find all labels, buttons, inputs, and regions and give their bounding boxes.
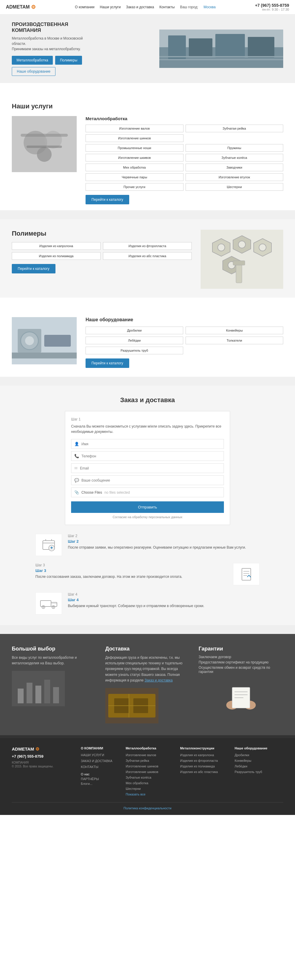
f-con-4[interactable]: Изделия из абс пластика (180, 770, 218, 773)
step1-label: Шаг 1 (71, 417, 224, 422)
tag-noshi[interactable]: Промышленные ноши (86, 144, 184, 152)
tag-chervyak[interactable]: Червячные пары (86, 173, 184, 181)
clip-icon: 📎 (75, 490, 79, 495)
f-metal-7[interactable]: Шестерни (126, 787, 141, 791)
message-input[interactable] (81, 478, 220, 482)
footer-partner-link: ПАРТНЁРЫ (81, 777, 120, 781)
step3-title: Шаг 3 (35, 568, 227, 573)
user-icon: 👤 (75, 442, 79, 446)
f-eq-4[interactable]: Разрушитель труб (235, 770, 262, 773)
f-con-2[interactable]: Изделия из фторопласта (180, 759, 218, 762)
footer-col-metal: Металлообработка Изготовление валов Зубч… (126, 746, 174, 796)
metal-catalog-btn[interactable]: Перейти к каталогу (86, 195, 129, 204)
footer-brand: ADMETAM ⚙ +7 (967) 555-8759 КОМПАНИЯ © 2… (12, 746, 75, 796)
divider2 (0, 210, 295, 219)
svg-rect-7 (159, 59, 283, 60)
tag-shkivy[interactable]: Изготовление шкивов (86, 154, 184, 162)
advantage-delivery-text: Деформация груза и брак исключены, т.к. … (105, 655, 190, 683)
privacy-policy-link[interactable]: Политика конфиденциальности (124, 807, 171, 810)
tag-shesteri[interactable]: Шестерни (186, 183, 284, 191)
services-section: Наши услуги Металлообработка Изготовлени… (0, 92, 295, 210)
hero-polymer-btn[interactable]: Полимеры (55, 56, 82, 65)
tag-springs[interactable]: Пружины (186, 144, 284, 152)
svg-rect-12 (21, 134, 68, 137)
delivery-link[interactable]: Заказ и доставка (144, 678, 173, 682)
f-metal-6[interactable]: Мех обработка (126, 781, 148, 785)
steps-list: Шаг 2 Шаг 2 После отправки заявки, мы оп… (35, 534, 260, 614)
divider6 (0, 735, 295, 738)
nav-contacts[interactable]: Контакты (159, 5, 174, 9)
submit-button[interactable]: Отправить (71, 501, 224, 513)
equipment-image (12, 317, 77, 364)
footer-link-contacts[interactable]: КОНТАКТЫ (81, 765, 98, 768)
svg-point-20 (259, 244, 266, 251)
tag-zubcol[interactable]: Зубчатые колёса (186, 154, 284, 162)
tag-empty1 (186, 134, 284, 142)
poly-tag-3[interactable]: Изделия из полиамида (12, 252, 101, 260)
footer-blogs-link: Блоги... (81, 782, 120, 786)
svg-rect-42 (40, 601, 51, 606)
main-nav: О компании Наши услуги Заказ и доставка … (75, 5, 216, 9)
svg-rect-30 (12, 353, 77, 358)
svg-point-29 (25, 336, 34, 345)
header: ADMETAM ⚙ О компании Наши услуги Заказ и… (0, 0, 295, 14)
footer-col-equip-title: Наше оборудование (235, 746, 283, 750)
footer-link-order[interactable]: ЗАКАЗ И ДОСТАВКА (81, 759, 113, 763)
footer-col-equip: Наше оборудование Дробилки Конвейеры Леб… (235, 746, 283, 796)
poly-catalog-btn[interactable]: Перейти к каталогу (12, 264, 56, 274)
tag-shinki[interactable]: Изготовление шинков (86, 134, 184, 142)
nav-order[interactable]: Заказ и доставка (126, 5, 154, 9)
polymers-image (201, 230, 283, 289)
tag-vtulki[interactable]: Изготовление втулок (186, 173, 284, 181)
f-eq-3[interactable]: Лебёдки (235, 764, 247, 768)
services-image (12, 116, 77, 172)
f-metal-3[interactable]: Изготовление шинков (126, 764, 159, 768)
f-con-1[interactable]: Изделия из капролона (180, 753, 214, 757)
name-input[interactable] (81, 442, 220, 446)
tag-mekh[interactable]: Мех обработка (86, 164, 184, 171)
equip-tag-2[interactable]: Конвейеры (186, 326, 283, 334)
f-metal-5[interactable]: Зубчатые колёса (126, 776, 151, 779)
logo[interactable]: ADMETAM ⚙ (6, 4, 36, 10)
equip-catalog-btn[interactable]: Перейти к каталогу (86, 358, 129, 368)
phone-input[interactable] (81, 454, 220, 458)
tag-gear-rack[interactable]: Зубчатая рейка (186, 125, 284, 132)
poly-tag-4[interactable]: Изделия из абс пластика (103, 252, 192, 260)
svg-rect-50 (18, 689, 24, 703)
svg-rect-54 (53, 687, 59, 703)
file-choose-label[interactable]: Choose Files (81, 490, 102, 495)
equip-tag-4[interactable]: Толкатели (186, 337, 283, 344)
tag-other[interactable]: Прочие услуги (86, 183, 184, 191)
footer-link-services[interactable]: НАШИ УСЛУГИ (81, 753, 104, 757)
footer-col-about-title: О КОМПАНИИ (81, 746, 120, 750)
equip-tag-3[interactable]: Лебёдки (86, 337, 183, 344)
f-con-3[interactable]: Изделия из полиамида (180, 764, 215, 768)
equip-tag-5[interactable]: Разрушитель труб (86, 347, 183, 354)
step2-item: Шаг 2 Шаг 2 После отправки заявки, мы оп… (35, 534, 260, 556)
f-metal-all[interactable]: Показать все (126, 792, 146, 796)
f-eq-1[interactable]: Дробилки (235, 753, 249, 757)
header-hours: пн-пт: 9:30 - 17:30 (255, 8, 289, 11)
f-metal-1[interactable]: Изготовление валов (126, 753, 156, 757)
advantage-guarantees-img (198, 679, 283, 714)
hero-section: ПРОИЗВОДСТВЕННАЯ КОМПАНИЯ Металлообработ… (0, 14, 295, 83)
equip-tag-1[interactable]: Дробилки (86, 326, 183, 334)
tag-zavodchiki[interactable]: Заводчики (186, 164, 284, 171)
email-input[interactable] (80, 466, 220, 470)
tag-val[interactable]: Изготовление валов (86, 125, 184, 132)
step3-content: Шаг 3 Шаг 3 После согласования заказа, з… (35, 563, 227, 579)
f-metal-4[interactable]: Изготовление шкивов (126, 770, 159, 773)
advantage-choice-title: Большой выбор (12, 646, 97, 652)
f-eq-2[interactable]: Конвейеры (235, 759, 251, 762)
consent-link[interactable]: Согласие на обработку персональных данны… (113, 515, 182, 519)
nav-about[interactable]: О компании (75, 5, 94, 9)
nav-services[interactable]: Наши услуги (100, 5, 121, 9)
hero-metal-btn[interactable]: Металлообработка (12, 56, 53, 65)
message-icon: 💬 (75, 478, 79, 482)
f-metal-2[interactable]: Зубчатая рейка (126, 759, 149, 762)
nav-city-link[interactable]: Москва (203, 5, 216, 9)
phone-icon: 📞 (75, 454, 79, 458)
hero-equipment-btn[interactable]: Наше оборудование (12, 67, 56, 76)
poly-tag-1[interactable]: Изделия из капролона (12, 242, 101, 250)
poly-tag-2[interactable]: Изделия из фторопласта (103, 242, 192, 250)
